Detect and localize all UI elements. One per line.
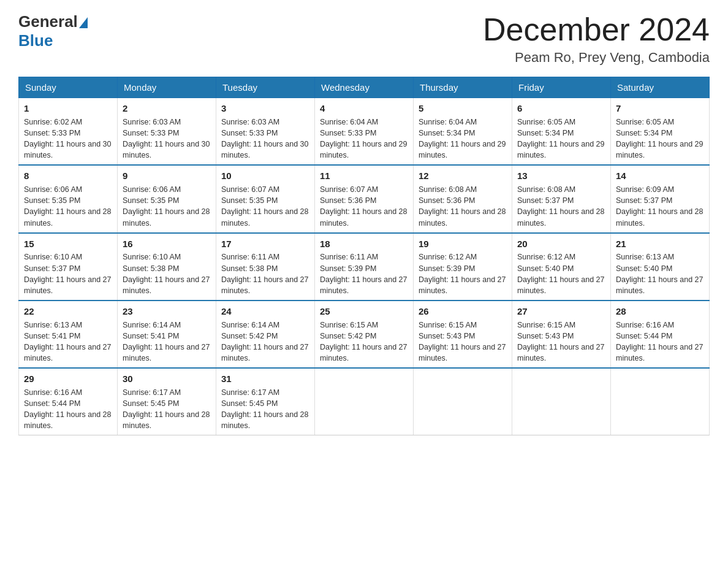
sunrise-text: Sunrise: 6:06 AM: [24, 184, 112, 195]
daylight-text: Daylight: 11 hours and 27 minutes.: [616, 342, 704, 364]
day-number: 13: [517, 169, 605, 183]
daylight-text: Daylight: 11 hours and 28 minutes.: [24, 206, 112, 228]
sunset-text: Sunset: 5:38 PM: [123, 263, 211, 274]
sunset-text: Sunset: 5:38 PM: [221, 263, 309, 274]
header-sunday: Sunday: [19, 77, 118, 98]
day-number: 17: [221, 237, 309, 251]
calendar-cell: 26Sunrise: 6:15 AMSunset: 5:43 PMDayligh…: [414, 301, 512, 368]
sunrise-text: Sunrise: 6:16 AM: [24, 387, 112, 398]
daylight-text: Daylight: 11 hours and 29 minutes.: [419, 139, 507, 161]
day-number: 2: [123, 102, 211, 115]
day-number: 21: [616, 237, 704, 251]
daylight-text: Daylight: 11 hours and 28 minutes.: [123, 206, 211, 228]
daylight-text: Daylight: 11 hours and 30 minutes.: [24, 139, 112, 161]
day-number: 10: [221, 169, 309, 183]
sunset-text: Sunset: 5:33 PM: [24, 128, 112, 139]
calendar-cell: 25Sunrise: 6:15 AMSunset: 5:42 PMDayligh…: [315, 301, 414, 368]
daylight-text: Daylight: 11 hours and 27 minutes.: [419, 342, 507, 364]
calendar-cell: 9Sunrise: 6:06 AMSunset: 5:35 PMDaylight…: [118, 165, 216, 232]
sunrise-text: Sunrise: 6:15 AM: [320, 320, 408, 331]
sunset-text: Sunset: 5:34 PM: [419, 128, 507, 139]
calendar-cell: 12Sunrise: 6:08 AMSunset: 5:36 PMDayligh…: [414, 165, 512, 232]
sunrise-text: Sunrise: 6:03 AM: [221, 117, 309, 128]
day-number: 4: [320, 102, 408, 115]
sunset-text: Sunset: 5:37 PM: [24, 263, 112, 274]
sunset-text: Sunset: 5:42 PM: [221, 331, 309, 342]
day-number: 6: [517, 102, 605, 115]
sunrise-text: Sunrise: 6:05 AM: [517, 117, 605, 128]
sunset-text: Sunset: 5:34 PM: [616, 128, 704, 139]
calendar-cell: 27Sunrise: 6:15 AMSunset: 5:43 PMDayligh…: [512, 301, 611, 368]
day-number: 20: [517, 237, 605, 251]
sunrise-text: Sunrise: 6:12 AM: [419, 251, 507, 262]
sunrise-text: Sunrise: 6:17 AM: [221, 387, 309, 398]
sunrise-text: Sunrise: 6:13 AM: [24, 320, 112, 331]
header-wednesday: Wednesday: [315, 77, 414, 98]
calendar-cell: [512, 368, 611, 435]
daylight-text: Daylight: 11 hours and 29 minutes.: [616, 139, 704, 161]
calendar-cell: [611, 368, 710, 435]
calendar-week-row: 22Sunrise: 6:13 AMSunset: 5:41 PMDayligh…: [19, 301, 710, 368]
sunset-text: Sunset: 5:33 PM: [123, 128, 211, 139]
calendar-cell: 16Sunrise: 6:10 AMSunset: 5:38 PMDayligh…: [118, 233, 216, 301]
calendar-cell: 22Sunrise: 6:13 AMSunset: 5:41 PMDayligh…: [19, 301, 118, 368]
calendar-cell: [315, 368, 414, 435]
sunrise-text: Sunrise: 6:15 AM: [419, 320, 507, 331]
daylight-text: Daylight: 11 hours and 27 minutes.: [221, 274, 309, 296]
daylight-text: Daylight: 11 hours and 28 minutes.: [221, 206, 309, 228]
sunrise-text: Sunrise: 6:11 AM: [221, 251, 309, 262]
logo-arrow-icon: [79, 17, 88, 28]
header-thursday: Thursday: [414, 77, 512, 98]
month-title: December 2024: [483, 12, 710, 47]
day-number: 7: [616, 102, 704, 115]
day-number: 14: [616, 169, 704, 183]
day-number: 31: [221, 372, 309, 386]
daylight-text: Daylight: 11 hours and 27 minutes.: [123, 342, 211, 364]
day-number: 22: [24, 305, 112, 318]
calendar-cell: 14Sunrise: 6:09 AMSunset: 5:37 PMDayligh…: [611, 165, 710, 232]
day-number: 30: [123, 372, 211, 386]
daylight-text: Daylight: 11 hours and 27 minutes.: [221, 342, 309, 364]
sunrise-text: Sunrise: 6:13 AM: [616, 251, 704, 262]
calendar-cell: 31Sunrise: 6:17 AMSunset: 5:45 PMDayligh…: [216, 368, 315, 435]
calendar-cell: 21Sunrise: 6:13 AMSunset: 5:40 PMDayligh…: [611, 233, 710, 301]
day-number: 23: [123, 305, 211, 318]
daylight-text: Daylight: 11 hours and 29 minutes.: [320, 139, 408, 161]
logo-blue-section: [78, 17, 88, 26]
header-friday: Friday: [512, 77, 611, 98]
sunset-text: Sunset: 5:37 PM: [616, 195, 704, 206]
sunset-text: Sunset: 5:36 PM: [320, 195, 408, 206]
title-area: December 2024 Peam Ro, Prey Veng, Cambod…: [483, 12, 710, 66]
calendar-cell: 23Sunrise: 6:14 AMSunset: 5:41 PMDayligh…: [118, 301, 216, 368]
daylight-text: Daylight: 11 hours and 27 minutes.: [517, 274, 605, 296]
day-number: 9: [123, 169, 211, 183]
calendar-header-row: SundayMondayTuesdayWednesdayThursdayFrid…: [19, 77, 710, 98]
day-number: 1: [24, 102, 112, 115]
calendar-cell: 29Sunrise: 6:16 AMSunset: 5:44 PMDayligh…: [19, 368, 118, 435]
calendar-cell: [414, 368, 512, 435]
daylight-text: Daylight: 11 hours and 27 minutes.: [24, 342, 112, 364]
calendar-week-row: 8Sunrise: 6:06 AMSunset: 5:35 PMDaylight…: [19, 165, 710, 232]
day-number: 3: [221, 102, 309, 115]
daylight-text: Daylight: 11 hours and 30 minutes.: [123, 139, 211, 161]
day-number: 29: [24, 372, 112, 386]
day-number: 11: [320, 169, 408, 183]
sunset-text: Sunset: 5:37 PM: [517, 195, 605, 206]
calendar-cell: 30Sunrise: 6:17 AMSunset: 5:45 PMDayligh…: [118, 368, 216, 435]
calendar-cell: 24Sunrise: 6:14 AMSunset: 5:42 PMDayligh…: [216, 301, 315, 368]
sunrise-text: Sunrise: 6:03 AM: [123, 117, 211, 128]
header-saturday: Saturday: [611, 77, 710, 98]
daylight-text: Daylight: 11 hours and 28 minutes.: [24, 409, 112, 431]
day-number: 16: [123, 237, 211, 251]
sunset-text: Sunset: 5:44 PM: [616, 331, 704, 342]
sunrise-text: Sunrise: 6:14 AM: [123, 320, 211, 331]
sunrise-text: Sunrise: 6:12 AM: [517, 251, 605, 262]
calendar-cell: 19Sunrise: 6:12 AMSunset: 5:39 PMDayligh…: [414, 233, 512, 301]
day-number: 19: [419, 237, 507, 251]
calendar-cell: 20Sunrise: 6:12 AMSunset: 5:40 PMDayligh…: [512, 233, 611, 301]
sunrise-text: Sunrise: 6:16 AM: [616, 320, 704, 331]
sunrise-text: Sunrise: 6:10 AM: [123, 251, 211, 262]
sunset-text: Sunset: 5:42 PM: [320, 331, 408, 342]
daylight-text: Daylight: 11 hours and 28 minutes.: [419, 206, 507, 228]
daylight-text: Daylight: 11 hours and 28 minutes.: [221, 409, 309, 431]
